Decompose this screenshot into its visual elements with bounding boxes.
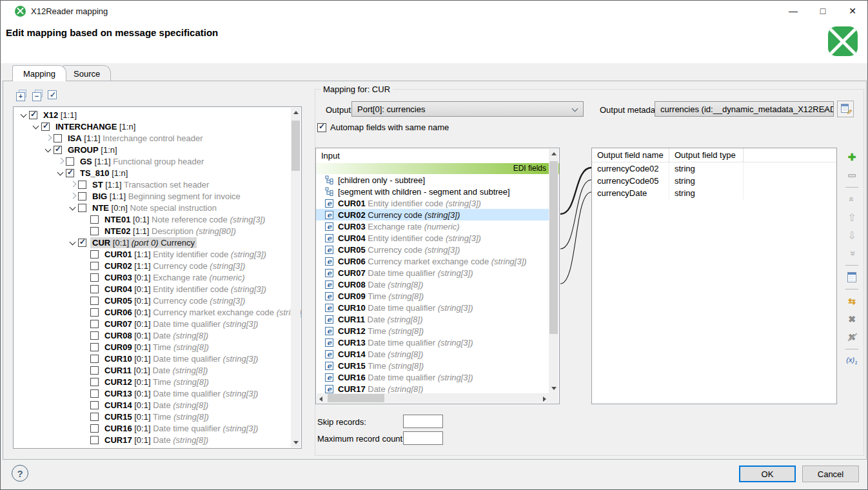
tree-checkbox[interactable] bbox=[66, 169, 74, 177]
input-field-item[interactable]: eCUR15 Time (string[8]) bbox=[316, 360, 549, 371]
tree-vertical-scrollbar[interactable] bbox=[291, 108, 301, 447]
tree-checkbox[interactable] bbox=[78, 204, 86, 212]
input-field-item[interactable]: [children only - subtree] bbox=[316, 174, 549, 186]
tree-checkbox[interactable] bbox=[41, 122, 50, 131]
scroll-down-icon[interactable] bbox=[293, 441, 299, 444]
input-field-item[interactable]: eCUR14 Date (string[8]) bbox=[316, 348, 549, 360]
input-field-item[interactable]: eCUR10 Date time qualifier (string[3]) bbox=[316, 302, 549, 313]
tree-checkbox[interactable] bbox=[66, 157, 74, 166]
tree-checkbox[interactable] bbox=[90, 227, 99, 235]
output-select[interactable]: Port[0]: currencies bbox=[351, 101, 584, 117]
remove-field-button[interactable] bbox=[845, 168, 859, 182]
input-field-item[interactable]: eCUR11 Date (string[8]) bbox=[316, 313, 549, 325]
tree-checkbox[interactable] bbox=[90, 320, 99, 328]
automap-checkbox[interactable] bbox=[317, 123, 326, 132]
tree-checkbox[interactable] bbox=[90, 250, 99, 259]
scroll-left-icon[interactable] bbox=[319, 397, 322, 402]
tree-checkbox[interactable] bbox=[90, 273, 99, 282]
chevron-down-icon[interactable] bbox=[68, 237, 78, 248]
move-down-button[interactable]: ⇩ bbox=[845, 228, 859, 242]
tree-scroll-thumb[interactable] bbox=[291, 121, 300, 171]
tree-checkbox[interactable] bbox=[78, 239, 86, 247]
tree-checkbox[interactable] bbox=[90, 297, 99, 305]
tree-item[interactable]: X12 [1:1] bbox=[14, 109, 291, 121]
scroll-up-icon[interactable] bbox=[293, 111, 299, 114]
tree-item[interactable]: CUR17 [0:1] Date (string[8]) bbox=[14, 434, 291, 446]
chevron-down-icon[interactable] bbox=[19, 109, 29, 121]
tree-item[interactable]: CUR11 [0:1] Date (string[8]) bbox=[14, 364, 291, 376]
tree-item[interactable]: CUR07 [0:1] Date time qualifier (string[… bbox=[14, 318, 291, 329]
tree-item[interactable]: CUR09 [0:1] Time (string[8]) bbox=[14, 341, 291, 353]
output-field-row[interactable]: currencyDatestring bbox=[592, 187, 836, 199]
tree-checkbox[interactable] bbox=[90, 262, 99, 270]
scroll-down-icon[interactable] bbox=[551, 387, 557, 390]
tree-checkbox[interactable] bbox=[90, 308, 99, 317]
tree-item[interactable]: ST [1:1] Transaction set header bbox=[14, 179, 291, 190]
output-field-row[interactable]: currencyCode05string bbox=[592, 175, 836, 187]
tree-checkbox[interactable] bbox=[90, 401, 99, 409]
max-record-count-input[interactable] bbox=[403, 431, 443, 445]
chevron-right-icon[interactable] bbox=[55, 155, 66, 167]
tree-item[interactable]: CUR08 [0:1] Date (string[8]) bbox=[14, 329, 291, 341]
input-field-item[interactable]: [segment with children - segment and sub… bbox=[316, 186, 549, 197]
tree-item[interactable]: CUR01 [1:1] Entity identifier code (stri… bbox=[14, 248, 291, 260]
chevron-down-icon[interactable] bbox=[31, 121, 41, 132]
input-field-item[interactable]: eCUR01 Entity identifier code (string[3]… bbox=[316, 197, 549, 209]
chevron-right-icon[interactable] bbox=[68, 179, 78, 190]
tree-checkbox[interactable] bbox=[78, 181, 86, 189]
maximize-button[interactable]: □ bbox=[808, 1, 838, 21]
input-field-item[interactable]: eCUR16 Date time qualifier (string[3]) bbox=[316, 371, 549, 383]
output-field-row[interactable]: currencyCode02string bbox=[592, 162, 836, 175]
tab-mapping[interactable]: Mapping bbox=[12, 65, 66, 81]
scroll-up-icon[interactable] bbox=[551, 152, 557, 155]
remove-all-mappings-button[interactable]: ✖ bbox=[845, 330, 859, 344]
tab-source[interactable]: Source bbox=[63, 65, 111, 81]
input-field-item[interactable]: eCUR05 Currency code (string[3]) bbox=[316, 244, 549, 255]
chevron-down-icon[interactable] bbox=[43, 144, 54, 155]
chevron-right-icon[interactable] bbox=[43, 132, 54, 144]
input-field-item[interactable]: eCUR04 Entity identifier code (string[3]… bbox=[316, 232, 549, 244]
mapping-connection-line[interactable] bbox=[560, 168, 591, 214]
tree-item[interactable]: CUR03 [0:1] Exchange rate (numeric) bbox=[14, 271, 291, 283]
tree-item[interactable]: NTE01 [0:1] Note reference code (string[… bbox=[14, 213, 291, 225]
close-button[interactable]: ✕ bbox=[838, 1, 867, 21]
output-column-header[interactable] bbox=[744, 148, 836, 162]
tree-checkbox[interactable] bbox=[90, 389, 99, 398]
input-field-item[interactable]: eCUR06 Currency market exchange code (st… bbox=[316, 255, 549, 267]
tree-item[interactable]: GROUP [1:n] bbox=[14, 144, 291, 155]
tree-checkbox[interactable] bbox=[54, 146, 62, 154]
input-horizontal-scrollbar[interactable] bbox=[317, 393, 549, 403]
output-column-header[interactable]: Output field type bbox=[669, 148, 744, 162]
expand-all-button[interactable] bbox=[15, 90, 27, 101]
edit-metadata-button[interactable] bbox=[845, 270, 859, 284]
mapping-connection-line[interactable] bbox=[560, 192, 591, 284]
tree-item[interactable]: TS_810 [1:n] bbox=[14, 167, 291, 179]
tree-checkbox[interactable] bbox=[90, 378, 99, 386]
tree-item[interactable]: CUR [0:1] (port 0) Currency bbox=[14, 237, 291, 248]
tree-item[interactable]: CUR12 [0:1] Time (string[8]) bbox=[14, 376, 291, 387]
output-column-header[interactable]: Output field name bbox=[592, 148, 669, 162]
tree-item[interactable]: CUR16 [0:1] Date time qualifier (string[… bbox=[14, 422, 291, 434]
tree-item[interactable]: GS [1:1] Functional group header bbox=[14, 155, 291, 167]
tree-checkbox[interactable] bbox=[90, 355, 99, 363]
input-vscroll-thumb[interactable] bbox=[549, 161, 558, 334]
add-field-button[interactable]: ✚ bbox=[845, 150, 859, 164]
tree-checkbox[interactable] bbox=[90, 285, 99, 293]
tree-item[interactable]: CUR15 [0:1] Time (string[8]) bbox=[14, 411, 291, 422]
tree-item[interactable]: CUR06 [0:1] Currency market exchange cod… bbox=[14, 306, 291, 318]
input-vertical-scrollbar[interactable] bbox=[549, 149, 558, 393]
tree-item[interactable]: CUR02 [1:1] Currency code (string[3]) bbox=[14, 260, 291, 271]
collapse-all-button[interactable] bbox=[32, 90, 43, 101]
tree-checkbox[interactable] bbox=[90, 366, 99, 375]
scroll-right-icon[interactable] bbox=[543, 397, 546, 402]
input-field-item[interactable]: eCUR09 Time (string[8]) bbox=[316, 290, 549, 302]
remove-mapping-button[interactable]: ✖ bbox=[845, 312, 859, 326]
ok-button[interactable]: OK bbox=[739, 466, 796, 482]
input-hscroll-thumb[interactable] bbox=[328, 394, 384, 402]
chevron-down-icon[interactable] bbox=[55, 167, 66, 179]
edit-metadata-button[interactable]: ✎ bbox=[837, 101, 854, 117]
cancel-button[interactable]: Cancel bbox=[802, 466, 859, 482]
move-up-button[interactable]: ⇧ bbox=[845, 210, 859, 224]
tree-item[interactable]: INTERCHANGE [1:n] bbox=[14, 121, 291, 132]
input-field-item[interactable]: eCUR13 Date time qualifier (string[3]) bbox=[316, 337, 549, 348]
